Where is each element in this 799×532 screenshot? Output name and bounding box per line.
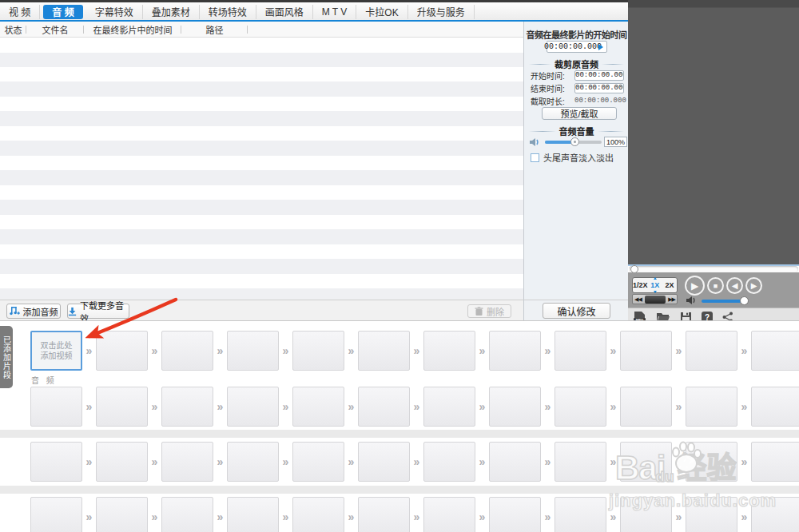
preview-crop-button[interactable]: 预览/截取 [542, 107, 617, 120]
clip-row-3: »»»»»»»»»»»» [30, 497, 799, 532]
clip-thumb[interactable] [292, 442, 344, 482]
menu-tab-0[interactable]: 视 频 [0, 5, 40, 19]
add-video-placeholder[interactable]: 双击此处添加视频 [30, 331, 82, 371]
clip-thumb[interactable] [489, 442, 541, 482]
player-volume-track[interactable] [702, 300, 743, 303]
clip-thumb[interactable] [555, 497, 606, 532]
clip-thumb[interactable] [30, 497, 82, 532]
fade-checkbox[interactable] [531, 153, 539, 162]
download-more-button[interactable]: 下载更多音效 [67, 304, 129, 319]
clip-thumb[interactable] [30, 387, 82, 427]
play-button[interactable]: ▶ [685, 276, 705, 296]
clip-thumb[interactable] [423, 331, 475, 371]
clip-thumb[interactable] [489, 331, 541, 371]
speed-option-1x[interactable]: 1X [648, 278, 662, 292]
clip-thumb[interactable] [96, 442, 148, 482]
chevron-right-icon: » [737, 344, 751, 357]
placeholder-line2: 添加视频 [41, 351, 73, 361]
clip-cell: » [751, 442, 799, 482]
crop-duration-value: 00:00:00.000 [574, 97, 624, 105]
clip-thumb[interactable] [751, 387, 799, 427]
fade-option-row[interactable]: 头尾声音淡入淡出 [531, 151, 627, 164]
clip-cell: » [620, 387, 686, 427]
clip-thumb[interactable] [96, 387, 148, 427]
clip-thumb[interactable] [555, 331, 606, 371]
clip-thumb[interactable] [358, 387, 410, 427]
crop-end-input[interactable] [574, 83, 624, 93]
seek-bar[interactable] [629, 266, 798, 272]
clip-thumb[interactable] [292, 331, 344, 371]
menu-tab-8[interactable]: 升级与服务 [408, 5, 475, 19]
clip-thumb[interactable] [96, 497, 148, 532]
player-volume-handle[interactable] [740, 296, 749, 305]
crop-start-input[interactable] [574, 70, 624, 81]
clip-thumb[interactable] [489, 387, 541, 427]
clip-thumb[interactable] [489, 497, 541, 532]
clip-thumb[interactable] [686, 331, 737, 371]
clip-thumb[interactable] [292, 387, 344, 427]
clip-thumb[interactable] [686, 497, 737, 532]
menu-tab-1[interactable]: 音 频 [43, 5, 82, 19]
clip-cell: » [161, 442, 227, 482]
added-clips-tab[interactable]: 已添加片段 [0, 326, 13, 388]
volume-value: 100% [604, 137, 627, 147]
shuttle-handle[interactable] [645, 296, 666, 304]
shuttle-control[interactable]: ◀◀ ▶▶ [632, 294, 678, 304]
speed-selector[interactable]: 1/2X1X2X [632, 277, 678, 293]
menu-tab-5[interactable]: 画面风格 [256, 5, 313, 19]
clip-thumb[interactable] [620, 331, 672, 371]
clip-thumb[interactable] [751, 497, 799, 532]
clip-thumb[interactable] [423, 387, 475, 427]
clip-thumb[interactable] [227, 497, 279, 532]
file-table-body[interactable] [0, 38, 523, 300]
clip-thumb[interactable] [227, 442, 279, 482]
clip-thumb[interactable] [227, 387, 279, 427]
menu-tab-6[interactable]: M T V [313, 5, 357, 19]
confirm-changes-button[interactable]: 确认修改 [543, 303, 610, 319]
menu-tab-2[interactable]: 字幕特效 [86, 5, 143, 19]
clip-thumb[interactable] [161, 331, 213, 371]
stop-button[interactable]: ■ [707, 277, 724, 294]
next-frame-button[interactable]: ▶ [745, 277, 762, 294]
speed-option-1/2x[interactable]: 1/2X [633, 278, 648, 292]
clip-thumb[interactable] [30, 442, 82, 482]
clip-thumb[interactable] [96, 331, 148, 371]
clip-cell: » [292, 387, 358, 427]
clip-thumb[interactable] [751, 442, 799, 482]
clip-thumb[interactable] [620, 387, 672, 427]
clip-thumb[interactable] [686, 442, 737, 482]
clip-thumb[interactable] [292, 497, 344, 532]
clip-cell: » [96, 387, 161, 427]
speed-option-2x[interactable]: 2X [662, 278, 677, 292]
prev-frame-button[interactable]: ◀ [726, 277, 743, 294]
clip-thumb[interactable] [686, 387, 737, 427]
clip-thumb[interactable] [161, 497, 213, 532]
volume-slider-handle[interactable] [570, 137, 579, 146]
shuttle-forward-icon[interactable]: ▶▶ [668, 296, 675, 303]
clip-thumb[interactable] [358, 442, 410, 482]
chevron-right-icon: » [148, 510, 161, 523]
clip-thumb[interactable] [161, 387, 213, 427]
clip-thumb[interactable] [620, 442, 672, 482]
menu-tab-7[interactable]: 卡拉OK [356, 5, 407, 19]
player-speaker-icon[interactable] [686, 296, 698, 305]
start-time-expand-icon[interactable] [598, 44, 603, 50]
add-audio-button[interactable]: 添加音频 [6, 304, 61, 319]
delete-button[interactable]: 删除 [467, 304, 511, 318]
clip-thumb[interactable] [423, 442, 475, 482]
confirm-toolbar: 确认修改 [523, 300, 628, 320]
menu-tab-3[interactable]: 叠加素材 [143, 5, 200, 19]
chevron-right-icon: » [541, 510, 555, 523]
clip-thumb[interactable] [358, 331, 410, 371]
clip-thumb[interactable] [161, 442, 213, 482]
clip-thumb[interactable] [555, 442, 606, 482]
menu-tab-4[interactable]: 转场特效 [200, 5, 256, 19]
clip-thumb[interactable] [423, 497, 475, 532]
clip-thumb[interactable] [358, 497, 410, 532]
clip-thumb[interactable] [227, 331, 279, 371]
clip-thumb[interactable] [555, 387, 606, 427]
clip-thumb[interactable] [620, 497, 672, 532]
chevron-right-icon: » [541, 400, 555, 413]
clip-thumb[interactable] [751, 331, 799, 371]
shuttle-back-icon[interactable]: ◀◀ [634, 296, 642, 303]
